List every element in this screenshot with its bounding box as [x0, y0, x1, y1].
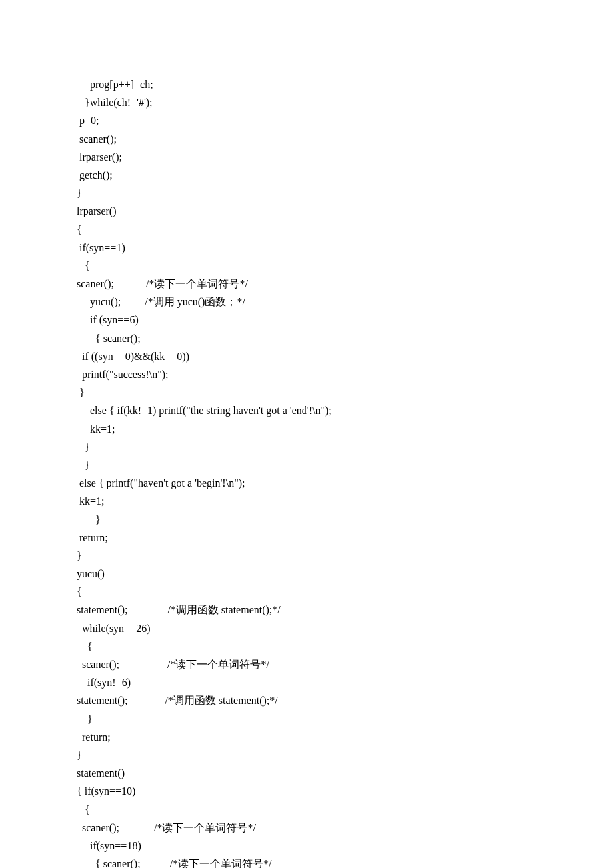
code-line: lrparser();: [77, 148, 613, 166]
code-line: kk=1;: [77, 420, 613, 438]
code-line: statement(); /*调用函数 statement();*/: [77, 601, 613, 619]
code-line: }: [77, 746, 613, 764]
code-line: getch();: [77, 166, 613, 184]
code-line: if(syn==1): [77, 239, 613, 257]
code-line: }: [77, 383, 613, 401]
code-line: }: [77, 184, 613, 202]
code-line: scaner();: [77, 130, 613, 148]
code-line: {: [77, 221, 613, 239]
code-line: {: [77, 257, 613, 275]
code-line: }while(ch!='#');: [77, 93, 613, 111]
code-line: yucu(): [77, 565, 613, 583]
code-line: statement(); /*调用函数 statement();*/: [77, 691, 613, 709]
code-line: scaner(); /*读下一个单词符号*/: [77, 819, 613, 837]
code-line: {: [77, 583, 613, 601]
code-line: if(syn==18): [77, 837, 613, 855]
code-line: }: [77, 547, 613, 565]
code-line: prog[p++]=ch;: [77, 75, 613, 93]
code-document-page: prog[p++]=ch; }while(ch!='#'); p=0; scan…: [0, 0, 613, 868]
code-line: scaner(); /*读下一个单词符号*/: [77, 275, 613, 293]
code-line: else { if(kk!=1) printf("the string have…: [77, 401, 613, 419]
code-line: if ((syn==0)&&(kk==0)): [77, 347, 613, 365]
code-line: yucu(); /*调用 yucu()函数；*/: [77, 293, 613, 311]
code-line: { if(syn==10): [77, 782, 613, 800]
code-line: }: [77, 456, 613, 474]
code-line: kk=1;: [77, 492, 613, 510]
code-line: return;: [77, 529, 613, 547]
code-line: {: [77, 801, 613, 819]
code-line: scaner(); /*读下一个单词符号*/: [77, 655, 613, 673]
code-line: }: [77, 710, 613, 728]
code-line: if (syn==6): [77, 311, 613, 329]
code-line: }: [77, 511, 613, 529]
code-line: statement(): [77, 764, 613, 782]
code-line: { scaner(); /*读下一个单词符号*/: [77, 855, 613, 868]
code-line: { scaner();: [77, 329, 613, 347]
code-line: printf("success!\n");: [77, 365, 613, 383]
code-line: p=0;: [77, 111, 613, 129]
code-line: if(syn!=6): [77, 673, 613, 691]
code-line: lrparser(): [77, 202, 613, 220]
code-line: while(syn==26): [77, 619, 613, 637]
code-line: else { printf("haven't got a 'begin'!\n"…: [77, 474, 613, 492]
code-line: }: [77, 438, 613, 456]
code-line: {: [77, 637, 613, 655]
code-line: return;: [77, 728, 613, 746]
